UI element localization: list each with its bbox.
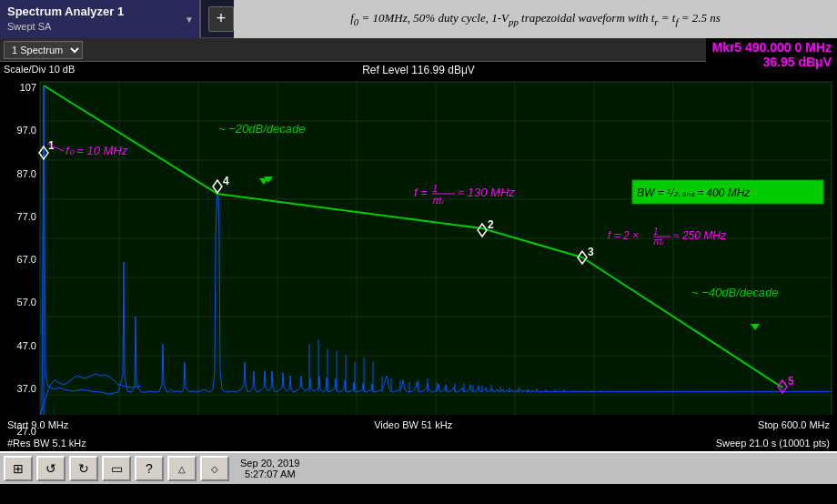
svg-text:≈ 130 MHz: ≈ 130 MHz — [458, 186, 515, 199]
redo-button[interactable]: ↻ — [69, 456, 98, 481]
taskbar-time: 5:27:07 AM — [240, 469, 299, 479]
taskbar-datetime: Sep 20, 2019 5:27:07 AM — [240, 458, 299, 479]
res-bw-label: #Res BW 5.1 kHz — [7, 438, 86, 449]
undo-button[interactable]: ↺ — [36, 456, 66, 481]
svg-text:4: 4 — [223, 175, 229, 187]
svg-text:≈ 250 MHz: ≈ 250 MHz — [673, 229, 727, 242]
svg-text:2: 2 — [488, 218, 494, 231]
y-label-57: 57.0 — [2, 297, 36, 307]
add-tab-button[interactable]: + — [208, 6, 234, 32]
y-label-27: 27.0 — [2, 426, 36, 437]
triangle-button[interactable]: △ — [167, 456, 197, 481]
svg-text:f =: f = — [414, 186, 428, 199]
title-text: Spectrum Analyzer 1 Swept SA — [7, 5, 124, 33]
title-bar: Spectrum Analyzer 1 Swept SA ▼ + f0 = 10… — [0, 0, 837, 38]
marker-frequency: Mkr5 490.000 0 MHz — [711, 40, 832, 55]
stop-freq-label: Stop 600.0 MHz — [758, 419, 830, 430]
y-label-107: 107 — [2, 82, 36, 93]
svg-text:~ −40dB/decade: ~ −40dB/decade — [691, 286, 778, 299]
chart-svg: 1 4 2 3 5 f₀ = 10 MHz ~ −20dB/decade f =… — [0, 62, 837, 451]
title-left: Spectrum Analyzer 1 Swept SA ▼ — [0, 0, 201, 38]
spectrum-select[interactable]: 1 Spectrum — [4, 41, 83, 59]
svg-text:f₀ = 10 MHz: f₀ = 10 MHz — [66, 144, 128, 157]
bottom-labels: Start 9.0 MHz Video BW 51 kHz Stop 600.0… — [0, 415, 837, 435]
start-menu-button[interactable]: ⊞ — [4, 456, 33, 481]
svg-text:~ −20dB/decade: ~ −20dB/decade — [218, 122, 305, 136]
y-label-37: 37.0 — [2, 383, 36, 394]
svg-text:BW = ¹/₂.₅ₙₛ = 400 MHz: BW = ¹/₂.₅ₙₛ = 400 MHz — [637, 186, 751, 199]
y-label-97: 97.0 — [2, 125, 36, 136]
ref-level-label: Ref Level 116.99 dBμV — [362, 64, 475, 76]
diamond-button[interactable]: ◇ — [200, 456, 229, 481]
marker-amplitude: 36.95 dBμV — [711, 55, 832, 69]
y-axis-labels: 107 97.0 87.0 77.0 67.0 57.0 47.0 37.0 2… — [2, 82, 36, 437]
formula-text: f0 = 10MHz, 50% duty cycle, 1-Vpp trapez… — [350, 11, 721, 27]
spectrum-chart: Scale/Div 10 dB Ref Level 116.99 dBμV 10… — [0, 62, 837, 451]
window-button[interactable]: ▭ — [102, 456, 131, 481]
marker-info: Mkr5 490.000 0 MHz 36.95 dBμV — [706, 38, 837, 71]
title-dropdown-icon[interactable]: ▼ — [185, 14, 194, 24]
y-label-87: 87.0 — [2, 168, 36, 179]
formula-display: f0 = 10MHz, 50% duty cycle, 1-Vpp trapez… — [234, 0, 837, 38]
svg-text:f = 2 ×: f = 2 × — [608, 229, 639, 242]
y-label-77: 77.0 — [2, 211, 36, 222]
svg-text:1: 1 — [653, 227, 659, 237]
video-bw-label: Video BW 51 kHz — [374, 419, 452, 430]
help-button[interactable]: ? — [135, 456, 164, 481]
svg-text:πtᵣ: πtᵣ — [432, 195, 445, 206]
taskbar: ⊞ ↺ ↻ ▭ ? △ ◇ Sep 20, 2019 5:27:07 AM — [0, 451, 837, 484]
svg-text:πtᵣ: πtᵣ — [653, 237, 665, 247]
svg-text:5: 5 — [788, 375, 794, 388]
svg-text:1: 1 — [432, 183, 438, 194]
y-label-47: 47.0 — [2, 340, 36, 351]
svg-text:3: 3 — [588, 246, 594, 258]
bottom-labels-2: #Res BW 5.1 kHz Sweep 21.0 s (10001 pts) — [0, 435, 837, 451]
y-label-67: 67.0 — [2, 254, 36, 265]
taskbar-date: Sep 20, 2019 — [240, 458, 299, 469]
scale-div-label: Scale/Div 10 dB — [4, 64, 75, 75]
sweep-label: Sweep 21.0 s (10001 pts) — [716, 438, 830, 449]
